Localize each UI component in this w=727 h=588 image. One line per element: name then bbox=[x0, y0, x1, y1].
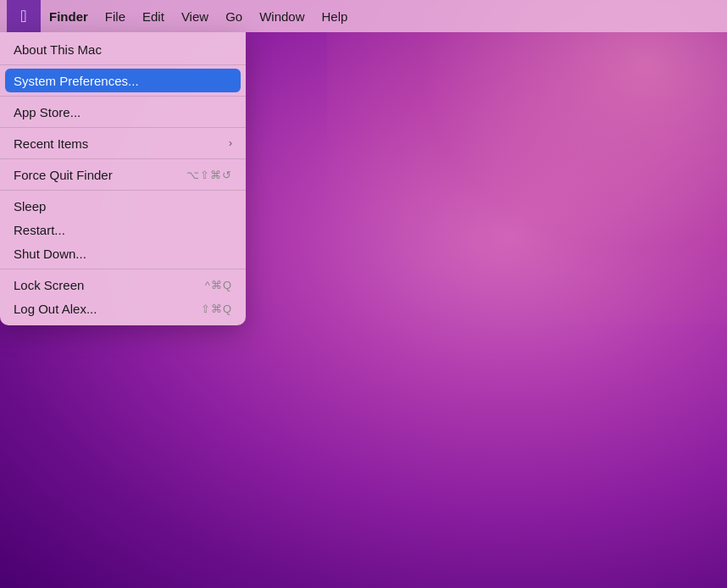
menu-item-system-prefs-label: System Preferences... bbox=[14, 74, 139, 88]
apple-menu-button[interactable]:  bbox=[7, 0, 41, 32]
menu-item-force-quit[interactable]: Force Quit Finder ⌥⇧⌘↺ bbox=[0, 163, 246, 186]
separator-2 bbox=[0, 96, 246, 97]
menu-item-lock-screen[interactable]: Lock Screen ^⌘Q bbox=[0, 273, 246, 297]
apple-icon:  bbox=[20, 8, 26, 25]
menu-item-restart-label: Restart... bbox=[14, 223, 65, 237]
menu-item-about[interactable]: About This Mac bbox=[0, 37, 246, 61]
separator-4 bbox=[0, 158, 246, 159]
menu-item-recent-items[interactable]: Recent Items › bbox=[0, 131, 246, 155]
menu-item-restart[interactable]: Restart... bbox=[0, 218, 246, 241]
menubar-item-file[interactable]: File bbox=[97, 0, 134, 32]
menu-item-force-quit-label: Force Quit Finder bbox=[14, 168, 113, 182]
menubar-item-view[interactable]: View bbox=[173, 0, 217, 32]
menu-item-recent-items-label: Recent Items bbox=[14, 136, 88, 151]
menu-item-logout-label: Log Out Alex... bbox=[14, 302, 97, 316]
menubar-item-finder[interactable]: Finder bbox=[41, 0, 97, 32]
menu-item-app-store-label: App Store... bbox=[14, 105, 80, 119]
separator-1 bbox=[0, 64, 246, 65]
apple-dropdown-menu: About This Mac System Preferences... App… bbox=[0, 32, 246, 325]
menu-item-shutdown[interactable]: Shut Down... bbox=[0, 241, 246, 265]
menu-item-shutdown-label: Shut Down... bbox=[14, 247, 86, 261]
menubar-item-go[interactable]: Go bbox=[217, 0, 251, 32]
menubar-item-edit[interactable]: Edit bbox=[134, 0, 173, 32]
menubar:  Finder File Edit View Go Window Help bbox=[0, 0, 727, 32]
menu-item-sleep-label: Sleep bbox=[14, 199, 46, 214]
submenu-chevron-icon: › bbox=[229, 137, 232, 149]
menu-item-logout[interactable]: Log Out Alex... ⇧⌘Q bbox=[0, 297, 246, 320]
menu-item-sleep[interactable]: Sleep bbox=[0, 194, 246, 218]
menu-item-lock-screen-label: Lock Screen bbox=[14, 278, 84, 292]
lock-screen-shortcut: ^⌘Q bbox=[205, 279, 232, 291]
separator-5 bbox=[0, 190, 246, 191]
force-quit-shortcut: ⌥⇧⌘↺ bbox=[186, 169, 232, 181]
separator-3 bbox=[0, 127, 246, 128]
menubar-item-window[interactable]: Window bbox=[251, 0, 313, 32]
menu-item-app-store[interactable]: App Store... bbox=[0, 100, 246, 124]
logout-shortcut: ⇧⌘Q bbox=[201, 302, 232, 315]
separator-6 bbox=[0, 269, 246, 269]
menubar-item-help[interactable]: Help bbox=[314, 0, 357, 32]
menu-item-system-prefs[interactable]: System Preferences... bbox=[5, 69, 241, 92]
menu-item-about-label: About This Mac bbox=[14, 42, 102, 57]
